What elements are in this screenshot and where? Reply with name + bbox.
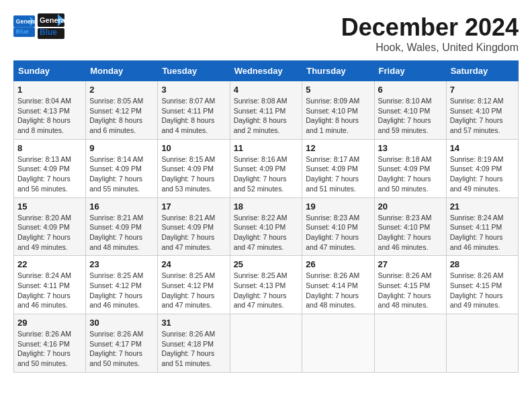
calendar-cell: 16 Sunrise: 8:21 AMSunset: 4:09 PMDaylig… xyxy=(86,197,158,256)
day-info: Sunrise: 8:26 AMSunset: 4:18 PMDaylight:… xyxy=(161,330,215,367)
day-info: Sunrise: 8:26 AMSunset: 4:17 PMDaylight:… xyxy=(89,330,143,367)
week-row-1: 1 Sunrise: 8:04 AMSunset: 4:13 PMDayligh… xyxy=(14,81,519,140)
calendar-cell: 2 Sunrise: 8:05 AMSunset: 4:12 PMDayligh… xyxy=(86,81,158,140)
day-number: 14 xyxy=(450,143,515,153)
day-number: 17 xyxy=(161,201,226,212)
weekday-header-wednesday: Wednesday xyxy=(230,61,302,81)
calendar-cell: 28 Sunrise: 8:26 AMSunset: 4:15 PMDaylig… xyxy=(446,256,518,314)
day-number: 4 xyxy=(234,85,299,95)
day-info: Sunrise: 8:21 AMSunset: 4:09 PMDaylight:… xyxy=(89,214,143,251)
logo: General Blue General Blue xyxy=(13,13,64,39)
day-number: 23 xyxy=(89,259,154,269)
day-number: 27 xyxy=(378,259,443,269)
calendar-cell: 15 Sunrise: 8:20 AMSunset: 4:09 PMDaylig… xyxy=(14,197,86,256)
calendar-title: December 2024 xyxy=(341,13,519,42)
calendar-cell xyxy=(374,314,446,373)
svg-text:Blue: Blue xyxy=(40,28,57,37)
calendar-cell: 6 Sunrise: 8:10 AMSunset: 4:10 PMDayligh… xyxy=(374,81,446,140)
logo-icon: General Blue xyxy=(13,15,35,37)
day-number: 12 xyxy=(306,143,370,153)
calendar-cell: 9 Sunrise: 8:14 AMSunset: 4:09 PMDayligh… xyxy=(86,139,158,197)
weekday-header-monday: Monday xyxy=(86,61,158,81)
day-info: Sunrise: 8:26 AMSunset: 4:15 PMDaylight:… xyxy=(450,271,504,309)
day-number: 5 xyxy=(306,85,370,95)
weekday-header-row: SundayMondayTuesdayWednesdayThursdayFrid… xyxy=(14,61,519,81)
calendar-table: SundayMondayTuesdayWednesdayThursdayFrid… xyxy=(13,60,519,373)
day-number: 24 xyxy=(161,259,226,269)
calendar-cell: 24 Sunrise: 8:25 AMSunset: 4:12 PMDaylig… xyxy=(158,256,230,314)
day-number: 18 xyxy=(234,201,299,212)
day-info: Sunrise: 8:25 AMSunset: 4:12 PMDaylight:… xyxy=(161,271,215,309)
day-info: Sunrise: 8:05 AMSunset: 4:12 PMDaylight:… xyxy=(89,97,143,134)
day-number: 10 xyxy=(161,143,226,153)
calendar-cell: 11 Sunrise: 8:16 AMSunset: 4:09 PMDaylig… xyxy=(230,139,302,197)
day-number: 29 xyxy=(17,318,82,328)
calendar-cell: 26 Sunrise: 8:26 AMSunset: 4:14 PMDaylig… xyxy=(302,256,374,314)
day-number: 13 xyxy=(378,143,443,153)
logo-graphic: General Blue xyxy=(38,13,64,39)
calendar-title-area: December 2024 Hook, Wales, United Kingdo… xyxy=(341,13,519,54)
calendar-cell xyxy=(230,314,302,373)
day-info: Sunrise: 8:09 AMSunset: 4:10 PMDaylight:… xyxy=(306,97,359,134)
calendar-cell: 29 Sunrise: 8:26 AMSunset: 4:16 PMDaylig… xyxy=(14,314,86,373)
day-number: 28 xyxy=(450,259,515,269)
weekday-header-friday: Friday xyxy=(374,61,446,81)
day-info: Sunrise: 8:23 AMSunset: 4:10 PMDaylight:… xyxy=(306,214,359,251)
calendar-cell: 1 Sunrise: 8:04 AMSunset: 4:13 PMDayligh… xyxy=(14,81,86,140)
day-info: Sunrise: 8:10 AMSunset: 4:10 PMDaylight:… xyxy=(378,97,432,134)
day-info: Sunrise: 8:20 AMSunset: 4:09 PMDaylight:… xyxy=(17,214,71,251)
calendar-cell: 13 Sunrise: 8:18 AMSunset: 4:09 PMDaylig… xyxy=(374,139,446,197)
calendar-cell: 3 Sunrise: 8:07 AMSunset: 4:11 PMDayligh… xyxy=(158,81,230,140)
calendar-cell: 21 Sunrise: 8:24 AMSunset: 4:11 PMDaylig… xyxy=(446,197,518,256)
weekday-header-thursday: Thursday xyxy=(302,61,374,81)
day-info: Sunrise: 8:04 AMSunset: 4:13 PMDaylight:… xyxy=(17,97,71,134)
day-number: 11 xyxy=(234,143,299,153)
day-number: 19 xyxy=(306,201,370,212)
day-info: Sunrise: 8:17 AMSunset: 4:09 PMDaylight:… xyxy=(306,155,359,193)
day-info: Sunrise: 8:15 AMSunset: 4:09 PMDaylight:… xyxy=(161,155,215,193)
calendar-cell: 7 Sunrise: 8:12 AMSunset: 4:10 PMDayligh… xyxy=(446,81,518,140)
calendar-cell: 19 Sunrise: 8:23 AMSunset: 4:10 PMDaylig… xyxy=(302,197,374,256)
day-info: Sunrise: 8:08 AMSunset: 4:11 PMDaylight:… xyxy=(234,97,287,134)
calendar-cell: 10 Sunrise: 8:15 AMSunset: 4:09 PMDaylig… xyxy=(158,139,230,197)
svg-text:General: General xyxy=(16,18,35,25)
calendar-cell: 14 Sunrise: 8:19 AMSunset: 4:09 PMDaylig… xyxy=(446,139,518,197)
day-info: Sunrise: 8:14 AMSunset: 4:09 PMDaylight:… xyxy=(89,155,143,193)
calendar-cell: 5 Sunrise: 8:09 AMSunset: 4:10 PMDayligh… xyxy=(302,81,374,140)
day-number: 22 xyxy=(17,259,82,269)
day-info: Sunrise: 8:07 AMSunset: 4:11 PMDaylight:… xyxy=(161,97,215,134)
calendar-subtitle: Hook, Wales, United Kingdom xyxy=(341,42,519,54)
day-number: 6 xyxy=(378,85,443,95)
calendar-cell: 17 Sunrise: 8:21 AMSunset: 4:09 PMDaylig… xyxy=(158,197,230,256)
calendar-cell: 18 Sunrise: 8:22 AMSunset: 4:10 PMDaylig… xyxy=(230,197,302,256)
day-number: 8 xyxy=(17,143,82,153)
day-info: Sunrise: 8:25 AMSunset: 4:12 PMDaylight:… xyxy=(89,271,143,309)
svg-text:General: General xyxy=(40,16,64,24)
day-number: 1 xyxy=(17,85,82,95)
day-number: 2 xyxy=(89,85,154,95)
day-info: Sunrise: 8:23 AMSunset: 4:10 PMDaylight:… xyxy=(378,214,432,251)
day-number: 15 xyxy=(17,201,82,212)
day-info: Sunrise: 8:12 AMSunset: 4:10 PMDaylight:… xyxy=(450,97,504,134)
week-row-2: 8 Sunrise: 8:13 AMSunset: 4:09 PMDayligh… xyxy=(14,139,519,197)
day-number: 9 xyxy=(89,143,154,153)
calendar-cell: 30 Sunrise: 8:26 AMSunset: 4:17 PMDaylig… xyxy=(86,314,158,373)
day-info: Sunrise: 8:21 AMSunset: 4:09 PMDaylight:… xyxy=(161,214,215,251)
day-number: 16 xyxy=(89,201,154,212)
calendar-cell: 8 Sunrise: 8:13 AMSunset: 4:09 PMDayligh… xyxy=(14,139,86,197)
calendar-cell: 25 Sunrise: 8:25 AMSunset: 4:13 PMDaylig… xyxy=(230,256,302,314)
day-info: Sunrise: 8:25 AMSunset: 4:13 PMDaylight:… xyxy=(234,271,287,309)
week-row-3: 15 Sunrise: 8:20 AMSunset: 4:09 PMDaylig… xyxy=(14,197,519,256)
weekday-header-saturday: Saturday xyxy=(446,61,518,81)
calendar-cell xyxy=(302,314,374,373)
calendar-cell: 20 Sunrise: 8:23 AMSunset: 4:10 PMDaylig… xyxy=(374,197,446,256)
day-number: 3 xyxy=(161,85,226,95)
page-header: General Blue General Blue December 2024 … xyxy=(13,13,519,54)
day-number: 21 xyxy=(450,201,515,212)
day-info: Sunrise: 8:26 AMSunset: 4:14 PMDaylight:… xyxy=(306,271,359,309)
day-number: 25 xyxy=(234,259,299,269)
weekday-header-tuesday: Tuesday xyxy=(158,61,230,81)
weekday-header-sunday: Sunday xyxy=(14,61,86,81)
calendar-cell: 4 Sunrise: 8:08 AMSunset: 4:11 PMDayligh… xyxy=(230,81,302,140)
week-row-5: 29 Sunrise: 8:26 AMSunset: 4:16 PMDaylig… xyxy=(14,314,519,373)
